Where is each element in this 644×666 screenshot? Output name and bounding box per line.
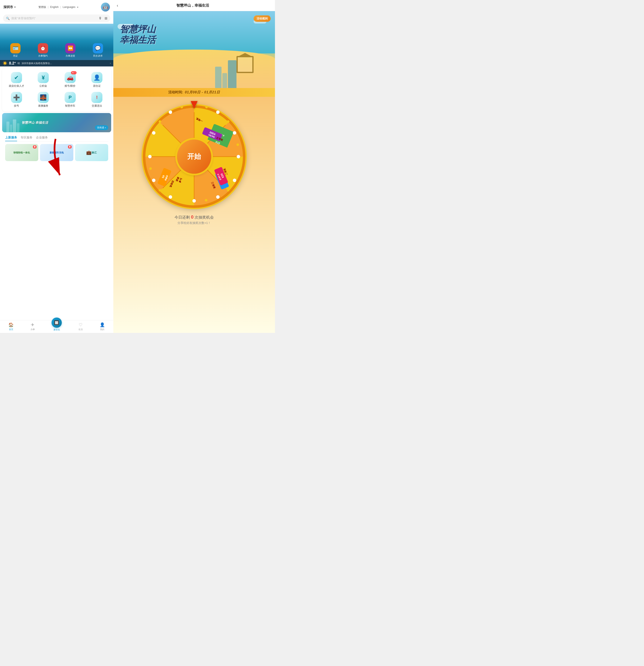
progress-label: 办事进度 — [66, 54, 75, 57]
life-label: 生活 — [79, 328, 83, 331]
liangzheng-label: 亮证 — [13, 54, 18, 57]
mine-label: 我的 — [100, 328, 104, 331]
ai-assistant-btn[interactable]: 🤖 — [101, 3, 110, 12]
tab-new-services[interactable]: 上新服务 — [5, 136, 17, 141]
search-bar[interactable]: 🔍 搜索"体育场馆预约" 🎙 ⊞ — [3, 15, 110, 22]
traditional-btn[interactable]: 繁體版 — [38, 5, 46, 9]
appointment-icon: ⏰ — [40, 46, 46, 51]
tab-zone-services[interactable]: 专区服务 — [20, 136, 33, 141]
quick-actions: 🪪 亮证 ⏰ 办事预约 ⏩ 办事进度 💬 民生诉求 — [0, 42, 113, 59]
weather-alert: 深圳市森林火险橙色预警信... — [22, 62, 108, 65]
service-card-ev[interactable]: 新 新能源车充电 — [40, 144, 73, 161]
service-grid: ✔ 就业社保人才 ¥ 公积金 🚗 热门 摇号/限价 👤 — [3, 70, 110, 109]
bottom-nav: 🏠 首页 ✈ 办事 🔲 乘车码 ♡ 生活 👤 我的 — [0, 320, 113, 333]
hk-icon: 🌉 — [40, 94, 47, 101]
service-appointment[interactable]: ➕ 挂号 — [3, 90, 30, 109]
yingshang-btn[interactable]: 营商通 » — [95, 125, 108, 130]
spin-start-btn[interactable]: 开始 — [177, 140, 211, 174]
service-hk[interactable]: 🌉 港澳服务 — [30, 90, 56, 109]
traffic-icon: ! — [96, 95, 98, 100]
nav-affairs[interactable]: ✈ 办事 — [31, 322, 35, 331]
english-btn[interactable]: English — [50, 5, 58, 8]
rules-btn[interactable]: 活动规则 — [254, 15, 271, 22]
service-grid-container: ✔ 就业社保人才 ¥ 公积金 🚗 热门 摇号/限价 👤 — [2, 68, 111, 111]
residence-label: 居住证 — [93, 84, 101, 88]
hk-label: 港澳服务 — [38, 104, 48, 107]
appointment2-icon: ➕ — [13, 94, 20, 101]
city-selector[interactable]: 深圳市 ▾ — [3, 5, 16, 9]
employment-icon: ✔ — [14, 74, 19, 81]
hero-title-line2: 幸福生活 — [120, 35, 156, 45]
new-badge-1: 新 — [33, 145, 37, 148]
service-fund[interactable]: ¥ 公积金 — [30, 70, 56, 89]
ev-label: 新能源车充电 — [49, 150, 65, 155]
weather-condition: 晴 — [18, 62, 20, 65]
remaining-count: 0 — [191, 214, 193, 220]
search-input[interactable]: 搜索"体育场馆预约" — [11, 16, 97, 20]
lang-dropdown-icon: ▾ — [77, 6, 78, 8]
nav-mine[interactable]: 👤 我的 — [100, 322, 105, 331]
search-actions: 🎙 ⊞ — [99, 16, 107, 20]
employment-label: 就业社保人才 — [9, 84, 24, 88]
quick-action-progress[interactable]: ⏩ 办事进度 — [58, 43, 83, 57]
wheel-pointer — [191, 101, 198, 109]
new-badge-2: 新 — [68, 145, 72, 148]
quick-action-complaints[interactable]: 💬 民生诉求 — [86, 43, 110, 57]
date-prefix: 活动时间: — [168, 90, 183, 95]
nav-life[interactable]: ♡ 生活 — [79, 322, 83, 331]
promotion-banner[interactable]: 智慧坪山 幸福生活 营商通 » — [2, 113, 111, 132]
fund-label: 公积金 — [39, 84, 47, 88]
worker-icon: 💼 — [86, 150, 91, 155]
tab-business-services[interactable]: 企业服务 — [36, 136, 48, 141]
appointment2-label: 挂号 — [14, 104, 19, 107]
complaints-icon: 💬 — [95, 46, 101, 51]
share-text[interactable]: 分享给好友抽奖次数+1！ — [177, 221, 211, 225]
hot-badge: 热门 — [71, 71, 77, 74]
service-tabs-section: 上新服务 专区服务 企业服务 新 秒报秒批一体化 新 新能源车充电 💼 深i工 — [2, 134, 111, 163]
scan-icon[interactable]: ⊞ — [104, 16, 107, 20]
quick-action-liangzheng[interactable]: 🪪 亮证 — [3, 43, 28, 57]
service-card-worker[interactable]: 💼 深i工 — [75, 144, 108, 161]
lottery-label: 摇号/限价 — [65, 84, 75, 88]
hero-title-line1: 智慧坪山 — [120, 24, 156, 35]
right-panel: ‹ 智慧坪山，幸福生活 — [113, 0, 275, 333]
liangzheng-icon: 🪪 — [13, 46, 18, 51]
home-icon: 🏠 — [9, 322, 14, 327]
service-employment[interactable]: ✔ 就业社保人才 — [3, 70, 30, 89]
nav-home[interactable]: 🏠 首页 — [9, 322, 14, 331]
date-range: 01月08日 - 01月21日 — [185, 90, 220, 95]
chevron-right-icon: › — [110, 62, 111, 65]
appointment-label: 办事预约 — [38, 54, 48, 57]
mine-icon: 👤 — [100, 322, 105, 327]
wheel-container: 京东E卡 ¥10 京东E卡 ¥30 — [141, 103, 248, 210]
affairs-label: 办事 — [31, 328, 35, 331]
service-parking[interactable]: P 智慧停车 — [57, 90, 83, 109]
nav-bus-code[interactable]: 🔲 乘车码 — [52, 322, 62, 331]
dropdown-icon: ▾ — [14, 6, 16, 8]
remaining-chances: 今日还剩 0 次抽奖机会 — [174, 214, 214, 220]
complaints-label: 民生诉求 — [93, 54, 103, 57]
service-card-approval[interactable]: 新 秒报秒批一体化 — [5, 144, 38, 161]
back-btn[interactable]: ‹ — [117, 3, 118, 8]
approval-label: 秒报秒批一体化 — [13, 150, 31, 155]
bus-code-label: 乘车码 — [53, 328, 60, 331]
affairs-icon: ✈ — [31, 322, 34, 327]
home-label: 首页 — [9, 328, 13, 331]
parking-label: 智慧停车 — [65, 104, 75, 107]
service-residence[interactable]: 👤 居住证 — [84, 70, 110, 89]
banner-text: 智慧坪山 幸福生活 — [22, 121, 48, 125]
mic-icon[interactable]: 🎙 — [99, 16, 102, 20]
service-lottery[interactable]: 🚗 热门 摇号/限价 — [57, 70, 83, 89]
wheel-section: 京东E卡 ¥10 京东E卡 ¥30 — [113, 97, 275, 229]
weather-temp: 8.2° — [9, 61, 16, 66]
tab-row: 上新服务 专区服务 企业服务 — [5, 136, 108, 141]
activity-date-banner: 活动时间: 01月08日 - 01月21日 — [113, 88, 275, 97]
life-icon: ♡ — [79, 322, 83, 327]
right-header: ‹ 智慧坪山，幸福生活 — [113, 0, 275, 11]
languages-btn[interactable]: Languages — [63, 5, 75, 8]
robot-icon: 🤖 — [103, 4, 108, 10]
app-header: 深圳市 ▾ 繁體版 | English | Languages ▾ 🤖 — [0, 0, 113, 13]
quick-action-appointment[interactable]: ⏰ 办事预约 — [31, 43, 55, 57]
bus-code-icon: 🔲 — [54, 320, 59, 325]
service-traffic[interactable]: ! 交通违法 — [84, 90, 110, 109]
